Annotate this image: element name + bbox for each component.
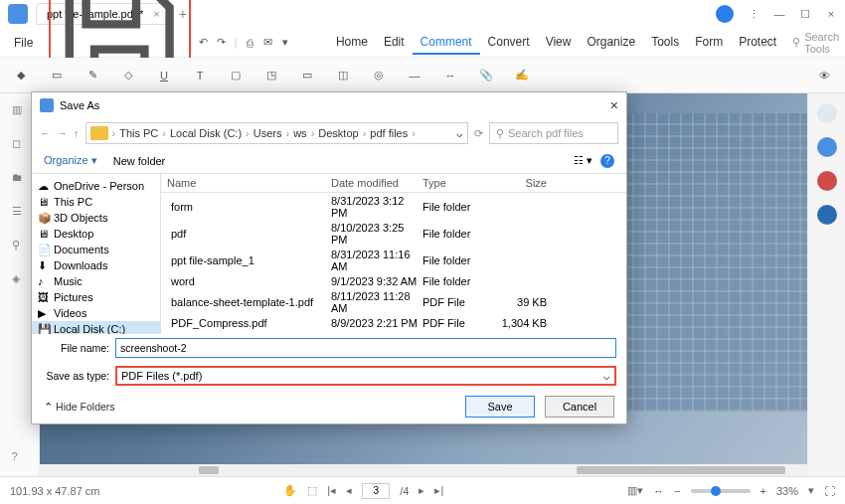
layout-icon[interactable]: ▥▾ xyxy=(627,484,643,497)
breadcrumb[interactable]: › This PC›Local Disk (C:)›Users›ws›Deskt… xyxy=(85,122,469,144)
page-input[interactable] xyxy=(362,483,390,499)
tree-item[interactable]: ▶Videos xyxy=(32,305,160,321)
menu-edit[interactable]: Edit xyxy=(376,31,413,55)
tool-icon-1[interactable] xyxy=(817,171,837,191)
comments-panel-icon[interactable]: ☰ xyxy=(12,205,28,221)
help-icon[interactable]: ? xyxy=(600,154,614,168)
next-page-icon[interactable]: ▸ xyxy=(419,484,424,497)
dialog-close-icon[interactable]: × xyxy=(610,97,618,113)
tree-item[interactable]: ⬇Downloads xyxy=(32,257,160,273)
view-comments-icon[interactable]: 👁 xyxy=(813,65,835,86)
filename-input[interactable] xyxy=(115,338,616,358)
zoom-slider[interactable] xyxy=(691,489,751,493)
menu-tools[interactable]: Tools xyxy=(643,31,687,55)
stamp-icon[interactable]: ◎ xyxy=(368,65,390,86)
new-folder-button[interactable]: New folder xyxy=(113,155,166,167)
file-menu[interactable]: File xyxy=(6,32,41,54)
rect-icon[interactable]: ▭ xyxy=(296,65,318,86)
redo-icon[interactable]: ↷ xyxy=(217,32,227,54)
menu-form[interactable]: Form xyxy=(687,31,731,55)
sign-icon[interactable]: ✍ xyxy=(511,65,533,86)
breadcrumb-item[interactable]: This PC xyxy=(119,127,158,139)
fullscreen-icon[interactable]: ⛶ xyxy=(824,485,835,497)
user-avatar[interactable] xyxy=(716,5,734,23)
note-icon[interactable]: ▭ xyxy=(46,65,68,86)
line-icon[interactable]: — xyxy=(404,65,425,86)
last-page-icon[interactable]: ▸| xyxy=(434,484,443,497)
menu-convert[interactable]: Convert xyxy=(480,31,538,55)
horizontal-scrollbar[interactable] xyxy=(40,464,807,476)
first-page-icon[interactable]: |◂ xyxy=(327,484,336,497)
fit-width-icon[interactable]: ↔ xyxy=(653,485,664,497)
menu-protect[interactable]: Protect xyxy=(731,31,784,55)
maximize-icon[interactable]: ☐ xyxy=(799,8,811,21)
print-icon[interactable]: ⎙ xyxy=(245,32,254,54)
tree-item[interactable]: 🖼Pictures xyxy=(32,289,160,305)
tool-icon-2[interactable] xyxy=(817,205,837,225)
eraser-icon[interactable]: ◇ xyxy=(117,65,139,86)
text-icon[interactable]: T xyxy=(189,65,211,86)
breadcrumb-item[interactable]: ws xyxy=(293,127,306,139)
share-icon[interactable] xyxy=(817,103,837,123)
minimize-icon[interactable]: — xyxy=(773,8,785,20)
folder-tree[interactable]: ☁OneDrive - Person🖥This PC📦3D Objects🖥De… xyxy=(32,174,161,334)
more-icon[interactable]: ⋮ xyxy=(748,8,760,21)
zoom-in-icon[interactable]: + xyxy=(760,485,766,497)
breadcrumb-item[interactable]: pdf files xyxy=(370,127,408,139)
menu-comment[interactable]: Comment xyxy=(413,31,480,55)
nav-forward-icon[interactable]: → xyxy=(57,127,68,139)
layers-icon[interactable]: ◈ xyxy=(12,272,28,288)
textbox-icon[interactable]: ▢ xyxy=(225,65,247,86)
highlight-icon[interactable]: ◆ xyxy=(10,65,32,86)
mail-icon[interactable]: ✉ xyxy=(262,32,272,54)
breadcrumb-item[interactable]: Desktop xyxy=(318,127,358,139)
help-icon[interactable]: ? xyxy=(12,450,28,466)
file-list[interactable]: Name Date modified Type Size form8/31/20… xyxy=(161,174,626,334)
col-name[interactable]: Name xyxy=(167,177,331,189)
dropdown-icon[interactable]: ▾ xyxy=(280,32,290,54)
menu-home[interactable]: Home xyxy=(328,31,376,55)
breadcrumb-item[interactable]: Users xyxy=(254,127,282,139)
list-item[interactable]: ppt file-sample_18/31/2023 11:16 AMFile … xyxy=(161,247,626,273)
list-header[interactable]: Name Date modified Type Size xyxy=(161,174,626,193)
tree-item[interactable]: 🖥Desktop xyxy=(32,226,160,242)
list-item[interactable]: PDF_Compress.pdf8/9/2023 2:21 PMPDF File… xyxy=(161,315,626,330)
tree-item[interactable]: ☁OneDrive - Person xyxy=(32,178,160,194)
filetype-select[interactable]: PDF Files (*.pdf) ⌵ xyxy=(115,366,616,386)
undo-icon[interactable]: ↶ xyxy=(199,32,209,54)
attachments-icon[interactable]: 🖿 xyxy=(12,171,28,187)
tree-item[interactable]: 🖥This PC xyxy=(32,194,160,210)
underline-icon[interactable]: U xyxy=(153,65,175,86)
ai-icon[interactable] xyxy=(817,137,837,157)
menu-organize[interactable]: Organize xyxy=(579,31,643,55)
nav-up-icon[interactable]: ↑ xyxy=(74,127,80,139)
col-type[interactable]: Type xyxy=(422,177,497,189)
organize-button[interactable]: Organize ▾ xyxy=(44,154,97,167)
save-button[interactable]: Save xyxy=(465,396,535,418)
col-date[interactable]: Date modified xyxy=(331,177,422,189)
callout-icon[interactable]: ◳ xyxy=(260,65,282,86)
attach-icon[interactable]: 📎 xyxy=(475,65,497,86)
area-icon[interactable]: ◫ xyxy=(332,65,354,86)
thumbnails-icon[interactable]: ▥ xyxy=(12,103,28,119)
tree-item[interactable]: 💾Local Disk (C:) xyxy=(32,321,160,334)
close-window-icon[interactable]: × xyxy=(825,8,837,20)
bookmark-icon[interactable]: ◻ xyxy=(12,137,28,153)
list-item[interactable]: form8/31/2023 3:12 PMFile folder xyxy=(161,193,626,220)
prev-page-icon[interactable]: ◂ xyxy=(346,484,352,497)
dialog-search-input[interactable]: ⚲ Search pdf files xyxy=(489,122,618,144)
list-item[interactable]: word9/1/2023 9:32 AMFile folder xyxy=(161,273,626,288)
tree-item[interactable]: 📦3D Objects xyxy=(32,210,160,226)
breadcrumb-item[interactable]: Local Disk (C:) xyxy=(170,127,242,139)
list-item[interactable]: pdf8/10/2023 3:25 PMFile folder xyxy=(161,220,626,247)
tree-item[interactable]: ♪Music xyxy=(32,273,160,289)
search-tools[interactable]: ⚲ Search Tools xyxy=(792,31,839,55)
col-size[interactable]: Size xyxy=(497,177,547,189)
refresh-icon[interactable]: ⟳ xyxy=(474,127,483,140)
nav-back-icon[interactable]: ← xyxy=(40,127,51,139)
zoom-out-icon[interactable]: − xyxy=(674,485,680,497)
list-item[interactable]: balance-sheet-template-1.pdf8/11/2023 11… xyxy=(161,288,626,315)
distance-icon[interactable]: ↔ xyxy=(439,65,461,86)
fit-icon[interactable]: ⬚ xyxy=(307,484,317,497)
hide-folders-toggle[interactable]: ⌃ Hide Folders xyxy=(44,401,115,414)
